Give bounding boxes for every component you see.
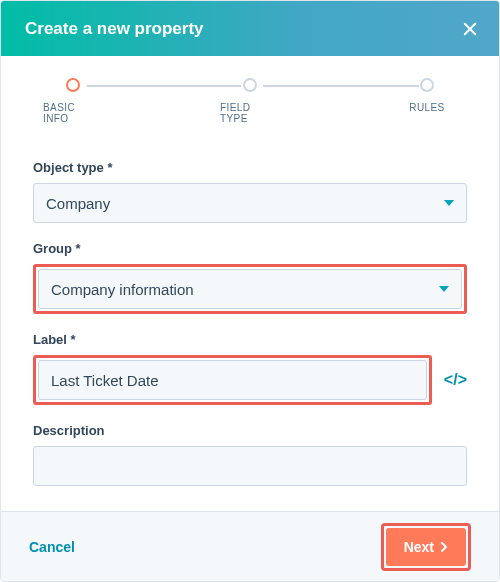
field-label: Label * Last Ticket Date </> bbox=[33, 332, 467, 405]
stepper-bar bbox=[87, 85, 241, 87]
code-icon[interactable]: </> bbox=[444, 371, 467, 389]
object-type-value: Company bbox=[46, 195, 110, 212]
step-label: FIELD TYPE bbox=[220, 102, 280, 124]
group-select[interactable]: Company information bbox=[38, 269, 462, 309]
chevron-down-icon bbox=[444, 200, 454, 206]
next-button-label: Next bbox=[404, 539, 434, 555]
step-label: BASIC INFO bbox=[43, 102, 103, 124]
highlight-next: Next bbox=[381, 523, 471, 571]
object-type-label: Object type * bbox=[33, 160, 467, 175]
description-input[interactable] bbox=[33, 446, 467, 486]
group-label: Group * bbox=[33, 241, 467, 256]
modal-title: Create a new property bbox=[25, 19, 204, 39]
field-description: Description bbox=[33, 423, 467, 486]
description-label: Description bbox=[33, 423, 467, 438]
object-type-select[interactable]: Company bbox=[33, 183, 467, 223]
step-rules[interactable]: RULES bbox=[397, 78, 457, 113]
highlight-label: Last Ticket Date bbox=[33, 355, 432, 405]
label-input-value: Last Ticket Date bbox=[51, 372, 159, 389]
label-row: Last Ticket Date </> bbox=[33, 355, 467, 405]
field-group: Group * Company information bbox=[33, 241, 467, 314]
cancel-button[interactable]: Cancel bbox=[29, 539, 75, 555]
step-label: RULES bbox=[409, 102, 444, 113]
modal-header: Create a new property bbox=[1, 1, 499, 56]
create-property-modal: Create a new property BASIC INFO FIELD T… bbox=[0, 0, 500, 582]
chevron-down-icon bbox=[439, 286, 449, 292]
group-value: Company information bbox=[51, 281, 194, 298]
chevron-right-icon bbox=[440, 541, 448, 553]
stepper-bar bbox=[263, 85, 419, 87]
step-circle-icon bbox=[420, 78, 434, 92]
next-button[interactable]: Next bbox=[386, 528, 466, 566]
close-icon[interactable] bbox=[461, 20, 479, 38]
footer: Cancel Next bbox=[1, 511, 499, 581]
stepper: BASIC INFO FIELD TYPE RULES bbox=[1, 56, 499, 134]
label-input[interactable]: Last Ticket Date bbox=[38, 360, 427, 400]
step-circle-icon bbox=[243, 78, 257, 92]
form: Object type * Company Group * Company in… bbox=[1, 134, 499, 511]
label-field-label: Label * bbox=[33, 332, 467, 347]
highlight-group: Company information bbox=[33, 264, 467, 314]
step-circle-icon bbox=[66, 78, 80, 92]
field-object-type: Object type * Company bbox=[33, 160, 467, 223]
